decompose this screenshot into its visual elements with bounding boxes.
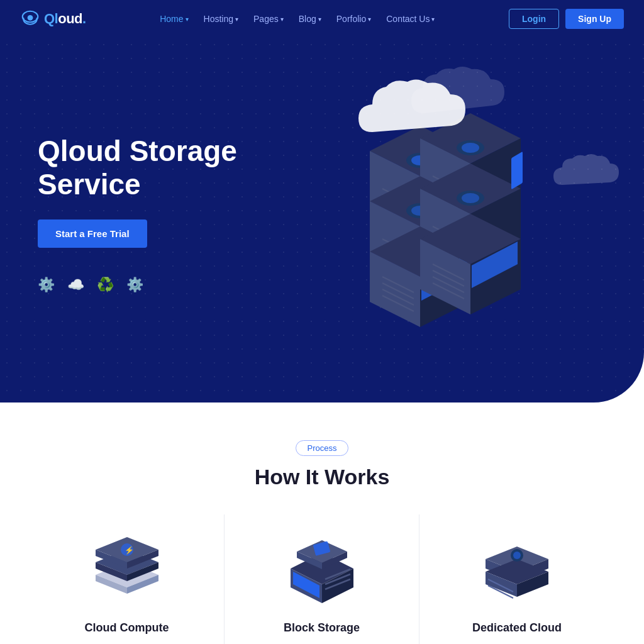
hero-text: Qloud Storage Service Start a Free Trial… bbox=[38, 135, 322, 294]
cloud-illustration bbox=[353, 75, 479, 157]
how-it-works-section: Process How It Works bbox=[0, 402, 644, 644]
section-badge: Process bbox=[296, 440, 349, 456]
nav-item-home[interactable]: Home ▾ bbox=[160, 14, 188, 24]
svg-point-81 bbox=[513, 552, 521, 559]
card-3-title: Dedicated Cloud bbox=[438, 621, 596, 635]
hero-icon-2: ☁️ bbox=[67, 277, 84, 293]
cards-row: ⚡ Cloud Compute It is a long established… bbox=[25, 514, 619, 644]
cloud-compute-icon: ⚡ bbox=[89, 537, 165, 606]
logo-text: Qloud. bbox=[44, 11, 86, 27]
nav-item-blog[interactable]: Blog ▾ bbox=[299, 14, 321, 24]
svg-text:⚡: ⚡ bbox=[125, 545, 134, 555]
nav-buttons: Login Sign Up bbox=[509, 9, 624, 29]
hero-title: Qloud Storage Service bbox=[38, 135, 322, 201]
logo[interactable]: Qloud. bbox=[20, 10, 86, 28]
navbar: Qloud. Home ▾ Hosting ▾ Pages ▾ Blog ▾ P… bbox=[0, 0, 644, 38]
svg-point-32 bbox=[462, 193, 479, 203]
card-cloud-compute: ⚡ Cloud Compute It is a long established… bbox=[30, 514, 225, 644]
card-2-title: Block Storage bbox=[243, 621, 400, 635]
hero-icons: ⚙️ ☁️ ♻️ ⚙️ bbox=[38, 277, 322, 293]
section-title: How It Works bbox=[25, 465, 619, 489]
nav-item-pages[interactable]: Pages ▾ bbox=[253, 14, 284, 24]
hero-icon-3: ♻️ bbox=[97, 277, 114, 293]
logo-icon bbox=[20, 10, 40, 28]
dedicated-cloud-icon bbox=[479, 537, 555, 606]
free-trial-button[interactable]: Start a Free Trial bbox=[38, 219, 147, 248]
hero-visual bbox=[322, 75, 606, 352]
hero-content: Qloud Storage Service Start a Free Trial… bbox=[0, 38, 644, 402]
hero-icon-4: ⚙️ bbox=[126, 277, 143, 293]
svg-rect-30 bbox=[511, 152, 523, 189]
signup-button[interactable]: Sign Up bbox=[565, 9, 624, 29]
nav-item-hosting[interactable]: Hosting ▾ bbox=[204, 14, 238, 24]
block-storage-icon bbox=[284, 537, 360, 606]
login-button[interactable]: Login bbox=[509, 9, 559, 29]
nav-links: Home ▾ Hosting ▾ Pages ▾ Blog ▾ Porfolio… bbox=[160, 14, 435, 24]
nav-item-portfolio[interactable]: Porfolio ▾ bbox=[336, 14, 371, 24]
card-1-title: Cloud Compute bbox=[48, 621, 205, 635]
card-block-storage: Block Storage It is a long established f… bbox=[225, 514, 419, 644]
nav-item-contact[interactable]: Contact Us ▾ bbox=[386, 14, 435, 24]
svg-point-1 bbox=[28, 15, 33, 21]
hero-section: Qloud Storage Service Start a Free Trial… bbox=[0, 38, 644, 402]
hero-icon-1: ⚙️ bbox=[38, 277, 55, 293]
card-dedicated-cloud: Dedicated Cloud It is a long established… bbox=[419, 514, 614, 644]
